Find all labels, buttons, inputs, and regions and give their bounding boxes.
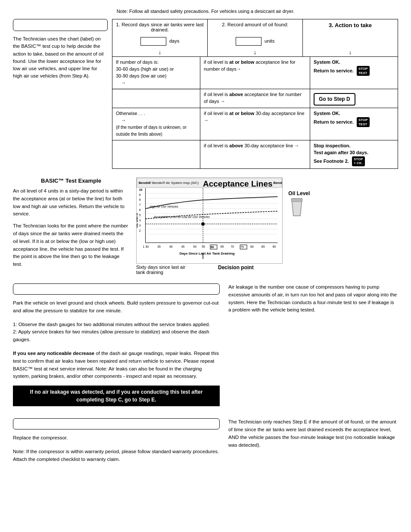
svg-text:50: 50	[193, 245, 196, 248]
basic-left: BASIC™ Test Example An oil level of 4 un…	[13, 177, 129, 275]
units-unit: units	[265, 38, 274, 44]
dt-row2a-col3: System OK.Return to service. STOPTEST	[310, 108, 398, 140]
leakage-para1: Park the vehicle on level ground and cho…	[13, 299, 220, 315]
acceptance-lines-label: Acceptance Lines	[203, 179, 273, 189]
svg-text:65: 65	[221, 245, 224, 248]
leakage-item1: 1: Observe the dash gauges for two addit…	[13, 321, 220, 329]
dt-row-1a: If number of days is:30-60 days (high ai…	[112, 56, 398, 89]
stop-test-badge-1: STOPTEST	[357, 66, 370, 76]
chart-wrapper: Acceptance Lines Bendix ® Bendix® Air Sy…	[136, 177, 283, 275]
step3-input-cell	[303, 35, 398, 48]
step-e-right: The Technician only reaches Step E if th…	[228, 418, 398, 463]
dt-row2-col1: Otherwise . . . → (if the number of days…	[112, 108, 200, 140]
step1-label: 1. Record days since air tanks were last…	[116, 22, 203, 32]
svg-text:OIL UNITS: OIL UNITS	[136, 213, 138, 228]
chart-svg: Bendix ® Bendix® Air System Insp (SIC) B…	[136, 177, 283, 264]
arrow3: ↓	[303, 48, 398, 56]
oil-level-label: Oil Level	[288, 190, 310, 196]
dt-row2b-col1-blank	[112, 140, 200, 168]
input-row: days units	[112, 35, 398, 48]
middle-section: BASIC™ Test Example An oil level of 4 un…	[13, 177, 398, 275]
leakage-left: Park the vehicle on level ground and cho…	[13, 283, 220, 411]
svg-text:30: 30	[146, 245, 149, 248]
top-section: The Technician uses the chart (label) on…	[13, 19, 398, 169]
top-note: Note: Follow all standard safety precaut…	[13, 9, 398, 14]
dt-row-2a: Otherwise . . . → (if the number of days…	[112, 108, 398, 140]
svg-text:Days Since Last Air Tank Drain: Days Since Last Air Tank Draining	[180, 252, 235, 255]
leakage-bold-text: If you see any noticeable decrease of th…	[13, 350, 220, 380]
step3-header: 3. Action to take	[303, 19, 398, 35]
dt-row1b-col1-blank	[112, 89, 200, 108]
step-a-box	[13, 19, 108, 31]
svg-text:80: 80	[250, 245, 254, 248]
basic-title: BASIC™ Test Example	[13, 177, 129, 184]
stop-ck-badge: STOP+ CK.	[352, 156, 365, 166]
right-col: 1. Record days since air tanks were last…	[112, 19, 398, 169]
leakage-highlight: If no air leakage was detected, and if y…	[13, 386, 220, 406]
svg-text:9: 9	[139, 193, 141, 196]
svg-point-32	[201, 222, 205, 226]
svg-text:2: 2	[139, 229, 141, 232]
dt-row2a-col2: if oil level is at or below 30-day accep…	[200, 108, 310, 140]
step-e-text1: Replace the compressor.	[13, 434, 220, 442]
svg-text:1: 1	[143, 245, 145, 248]
step-e-section: Replace the compressor. Note: If the com…	[13, 418, 398, 463]
svg-text:7: 7	[139, 203, 141, 206]
chart-container: Acceptance Lines Bendix ® Bendix® Air Sy…	[136, 177, 398, 275]
steps-header: 1. Record days since air tanks were last…	[112, 19, 398, 35]
svg-text:6: 6	[139, 208, 141, 212]
svg-rect-0	[137, 178, 282, 263]
leakage-item2: 2: Apply service brakes for two minutes …	[13, 328, 220, 344]
svg-text:®: ®	[149, 181, 151, 185]
basic-para1: An oil level of 4 units in a sixty-day p…	[13, 187, 129, 218]
svg-text:90: 90	[273, 245, 276, 248]
oil-cup-icon	[288, 196, 305, 218]
decision-point-caption: Decision point	[218, 264, 254, 275]
chart-captions: Sixty days since last air tank draining …	[136, 264, 283, 275]
basic-para2: The Technician looks for the point where…	[13, 222, 129, 268]
svg-text:45: 45	[181, 245, 185, 248]
svg-text:35: 35	[157, 245, 161, 248]
svg-text:Bendix: Bendix	[274, 181, 283, 185]
arrow-row: ↓ ↓ ↓	[112, 48, 398, 56]
svg-text:70: 70	[231, 245, 234, 248]
dt-row-2b: if oil level is above 30-day acceptance …	[112, 140, 398, 168]
svg-text:75: 75	[240, 246, 244, 249]
left-col: The Technician uses the chart (label) on…	[13, 19, 108, 169]
svg-text:60: 60	[211, 246, 214, 249]
dt-row1-col1: If number of days is:30-60 days (high ai…	[112, 57, 200, 89]
svg-text:3: 3	[139, 224, 141, 227]
step-e-text2: Note: If the compressor is within warran…	[13, 448, 220, 464]
step2-input-cell: units	[208, 35, 303, 48]
days-input[interactable]	[140, 37, 166, 46]
svg-text:8: 8	[139, 198, 141, 201]
units-input[interactable]	[236, 37, 262, 46]
left-description: The Technician uses the chart (label) on…	[13, 35, 108, 80]
dt-row1a-col3: System OK.Return to service. STOPTEST	[310, 57, 398, 89]
dt-row1b-col3: Go to Step D	[310, 89, 398, 108]
decision-table: If number of days is:30-60 days (high ai…	[112, 56, 398, 169]
step-e-label-box	[13, 418, 220, 429]
dt-row-1b: if oil level is above acceptance line fo…	[112, 89, 398, 108]
goto-step-d[interactable]: Go to Step D	[314, 93, 355, 106]
stop-test-badge-2: STOPTEST	[357, 117, 370, 127]
svg-text:4: 4	[139, 219, 141, 222]
dt-row1a-col2: if oil level is at or below acceptance l…	[200, 57, 310, 89]
svg-text:55: 55	[202, 245, 205, 248]
step1-header: 1. Record days since air tanks were last…	[112, 19, 208, 35]
arrow1: ↓	[112, 48, 208, 56]
svg-text:5: 5	[139, 214, 141, 217]
leakage-right: Air leakage is the number one cause of c…	[228, 283, 398, 411]
step2-label: 2. Record amount of oil found:	[222, 22, 288, 27]
step2-header: 2. Record amount of oil found:	[208, 19, 303, 35]
step-e-left: Replace the compressor. Note: If the com…	[13, 418, 220, 463]
step3-label: 3. Action to take	[329, 22, 372, 28]
svg-text:Acceptable Level for Low Air U: Acceptable Level for Low Air Use Vehicle…	[153, 215, 210, 219]
days-unit: days	[169, 38, 179, 44]
oil-level-area: Oil Level	[288, 190, 310, 219]
dt-row2b-col3: Stop inspection.Test again after 30 days…	[310, 140, 398, 168]
svg-text:40: 40	[169, 245, 173, 248]
step-d-label-box	[13, 283, 220, 295]
arrow2: ↓	[208, 48, 303, 56]
svg-text:High Air Use Vehicles: High Air Use Vehicles	[149, 205, 178, 208]
